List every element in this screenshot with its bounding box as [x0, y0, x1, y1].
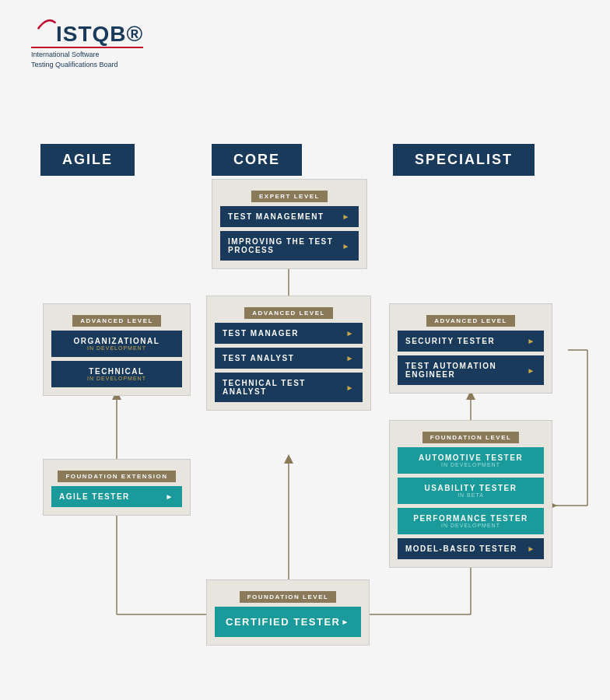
core-improving-test-process[interactable]: IMPROVING THE TEST PROCESS ►: [220, 231, 359, 261]
spec-performance-tester[interactable]: PERFORMANCE TESTER IN DEVELOPMENT: [398, 508, 544, 534]
core-foundation-card: FOUNDATION LEVEL CERTIFIED TESTER ►: [206, 579, 370, 646]
core-improving-arrow: ►: [342, 242, 351, 250]
spec-performance-label: PERFORMANCE TESTER: [413, 514, 528, 523]
agile-advanced-card: ADVANCED LEVEL ORGANIZATIONAL IN DEVELOP…: [43, 303, 191, 396]
spec-model-based-arrow: ►: [528, 544, 536, 553]
logo-area: ISTQB® International SoftwareTesting Qua…: [31, 23, 143, 69]
spec-automotive-tester[interactable]: AUTOMOTIVE TESTER IN DEVELOPMENT: [398, 447, 544, 474]
spec-usability-label: USABILITY TESTER: [425, 484, 517, 492]
logo-tagline: International SoftwareTesting Qualificat…: [31, 47, 143, 69]
spec-automation-arrow: ►: [528, 366, 536, 375]
agile-tester-label: AGILE TESTER: [59, 492, 130, 501]
spec-model-based-tester[interactable]: MODEL-BASED TESTER ►: [398, 538, 544, 559]
core-test-manager[interactable]: TEST MANAGER ►: [215, 323, 363, 344]
certified-tester-label: CERTIFIED TESTER: [226, 616, 341, 628]
spec-foundation-card: FOUNDATION LEVEL AUTOMOTIVE TESTER IN DE…: [389, 420, 552, 568]
spec-security-tester[interactable]: SECURITY TESTER ►: [398, 331, 544, 352]
spec-usability-status: IN BETA: [457, 492, 484, 498]
core-test-analyst-arrow: ►: [346, 354, 355, 362]
agile-technical-label: TECHNICAL: [89, 367, 144, 376]
spec-advanced-card: ADVANCED LEVEL SECURITY TESTER ► TEST AU…: [389, 303, 552, 394]
agile-organizational-label: ORGANIZATIONAL: [74, 337, 160, 345]
column-header-specialist: SPECIALIST: [393, 144, 535, 176]
spec-usability-tester[interactable]: USABILITY TESTER IN BETA: [398, 478, 544, 504]
core-expert-card: EXPERT LEVEL TEST MANAGEMENT ► IMPROVING…: [212, 179, 367, 269]
spec-automotive-status: IN DEVELOPMENT: [441, 462, 500, 467]
agile-organizational[interactable]: ORGANIZATIONAL IN DEVELOPMENT: [51, 331, 182, 357]
core-technical-label: TECHNICAL TEST ANALYST: [223, 379, 346, 396]
spec-test-automation[interactable]: TEST AUTOMATION ENGINEER ►: [398, 355, 544, 385]
core-technical-arrow: ►: [346, 383, 355, 392]
agile-foundation-level-label: FOUNDATION EXTENSION: [58, 471, 175, 482]
agile-organizational-status: IN DEVELOPMENT: [87, 345, 146, 351]
spec-security-arrow: ►: [528, 337, 536, 345]
agile-advanced-level-label: ADVANCED LEVEL: [72, 315, 161, 327]
core-test-analyst[interactable]: TEST ANALYST ►: [215, 348, 363, 369]
agile-foundation-card: FOUNDATION EXTENSION AGILE TESTER ►: [43, 459, 191, 516]
spec-performance-status: IN DEVELOPMENT: [441, 523, 500, 528]
core-test-manager-arrow: ►: [346, 329, 355, 338]
spec-automation-label: TEST AUTOMATION ENGINEER: [405, 362, 528, 379]
core-test-management-label: TEST MANAGEMENT: [228, 212, 324, 221]
agile-tester[interactable]: AGILE TESTER ►: [51, 486, 182, 507]
agile-technical[interactable]: TECHNICAL IN DEVELOPMENT: [51, 361, 182, 387]
core-test-analyst-label: TEST ANALYST: [223, 354, 294, 362]
core-expert-level-label: EXPERT LEVEL: [251, 191, 328, 202]
agile-tester-arrow: ►: [166, 492, 174, 501]
spec-advanced-level-label: ADVANCED LEVEL: [426, 315, 515, 327]
core-technical-test-analyst[interactable]: TECHNICAL TEST ANALYST ►: [215, 373, 363, 402]
core-foundation-level-label: FOUNDATION LEVEL: [240, 591, 337, 603]
certified-tester[interactable]: CERTIFIED TESTER ►: [215, 607, 361, 637]
core-test-manager-label: TEST MANAGER: [223, 329, 299, 338]
column-header-agile: AGILE: [40, 144, 135, 176]
core-advanced-card: ADVANCED LEVEL TEST MANAGER ► TEST ANALY…: [206, 296, 371, 411]
certified-tester-arrow: ►: [342, 618, 350, 626]
core-improving-label: IMPROVING THE TEST PROCESS: [228, 237, 342, 254]
logo-arc-icon: [33, 19, 56, 43]
spec-foundation-level-label: FOUNDATION LEVEL: [422, 432, 520, 443]
column-header-core: CORE: [212, 144, 302, 176]
spec-automotive-label: AUTOMOTIVE TESTER: [419, 453, 523, 462]
spec-security-label: SECURITY TESTER: [405, 337, 495, 345]
core-advanced-level-label: ADVANCED LEVEL: [244, 307, 333, 319]
agile-technical-status: IN DEVELOPMENT: [87, 376, 146, 381]
core-test-management-arrow: ►: [342, 212, 351, 221]
logo-text: ISTQB®: [56, 23, 143, 45]
spec-model-based-label: MODEL-BASED TESTER: [405, 544, 517, 553]
core-test-management[interactable]: TEST MANAGEMENT ►: [220, 206, 359, 227]
